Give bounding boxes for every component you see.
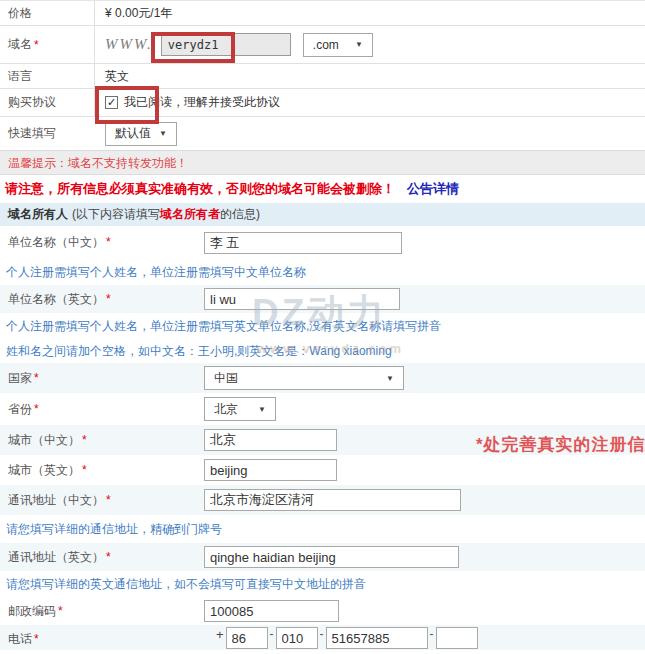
phone-extension-input[interactable] [436, 627, 478, 649]
agreement-row: 购买协议 ✓ 我已阅读，理解并接受此协议 [0, 89, 645, 117]
addr-en-hint: 请您填写详细的英文通信地址，如不会填写可直接写中文地址的拼音 [0, 571, 645, 597]
chevron-down-icon: ▼ [355, 40, 363, 49]
name-cn-label: 单位名称（中文）* [0, 234, 204, 251]
check-icon: ✓ [107, 97, 116, 108]
phone-row: 电话* + - - - [0, 625, 645, 650]
language-value: 英文 [95, 68, 645, 85]
phone-area-code-input[interactable] [276, 627, 318, 649]
province-selected-value: 北京 [214, 401, 238, 418]
quickfill-label: 快速填写 [0, 117, 95, 150]
name-cn-hint: 个人注册需填写个人姓名，单位注册需填写中文单位名称 [0, 259, 645, 285]
addr-cn-row: 通讯地址（中文）* [0, 485, 645, 515]
quickfill-row: 快速填写 默认值 ▼ [0, 117, 645, 150]
required-mark: * [34, 38, 39, 52]
country-select[interactable]: 中国 ▼ [204, 366, 404, 390]
agreement-label: 购买协议 [0, 89, 95, 116]
quickfill-select[interactable]: 默认值 ▼ [105, 122, 177, 146]
domain-name-input[interactable] [161, 33, 291, 56]
province-label: 省份* [0, 401, 204, 418]
owner-section-header: 域名所有人 (以下内容请填写域名所有者的信息) [0, 203, 645, 226]
product-info-table: 价格 ¥ 0.00元/1年 域名* WWW. .com ▼ 语言 英文 购买协议… [0, 0, 645, 150]
phone-country-code-input[interactable] [226, 627, 268, 649]
city-en-label: 城市（英文）* [0, 462, 204, 479]
addr-cn-label: 通讯地址（中文）* [0, 492, 204, 509]
province-row: 省份* 北京 ▼ [0, 393, 645, 425]
addr-en-input[interactable] [204, 546, 459, 568]
city-en-input[interactable] [204, 459, 337, 481]
addr-en-label: 通讯地址（英文）* [0, 549, 204, 566]
name-en-row: 单位名称（英文）* [0, 285, 645, 313]
phone-label: 电话* [0, 627, 204, 648]
warning-text: 请注意，所有信息必须真实准确有效，否则您的域名可能会被删除！ [5, 180, 395, 198]
www-prefix: WWW. [105, 36, 153, 53]
city-cn-input[interactable] [204, 429, 337, 451]
country-selected-value: 中国 [214, 370, 238, 387]
tip-banner: 温馨提示：域名不支持转发功能！ [0, 150, 645, 175]
announcement-link[interactable]: 公告详情 [407, 180, 459, 198]
name-format-hint: 姓和名之间请加个空格，如中文名：王小明,则英文名是：Wang xiaoming [0, 340, 645, 363]
agreement-checkbox[interactable]: ✓ [105, 96, 118, 109]
chevron-down-icon: ▼ [258, 405, 266, 414]
city-en-row: 城市（英文）* [0, 455, 645, 485]
price-row: 价格 ¥ 0.00元/1年 [0, 1, 645, 26]
addr-cn-input[interactable] [204, 489, 461, 511]
province-select[interactable]: 北京 ▼ [204, 397, 276, 421]
price-value: ¥ 0.00元/1年 [95, 5, 645, 22]
red-annotation-text: *处完善真实的注册信息 [476, 433, 645, 456]
warning-row: 请注意，所有信息必须真实准确有效，否则您的域名可能会被删除！ 公告详情 [0, 175, 645, 203]
chevron-down-icon: ▼ [386, 374, 394, 383]
country-row: 国家* 中国 ▼ [0, 363, 645, 393]
name-cn-row: 单位名称（中文）* [0, 226, 645, 259]
tld-select[interactable]: .com ▼ [303, 33, 373, 57]
phone-separator: - [270, 627, 274, 641]
language-row: 语言 英文 [0, 64, 645, 89]
section-title: 域名所有人 [8, 206, 68, 223]
country-label: 国家* [0, 370, 204, 387]
zip-label: 邮政编码* [0, 603, 204, 620]
name-en-hint: 个人注册需填写个人姓名，单位注册需填写英文单位名称,没有英文名称请填写拼音 [0, 313, 645, 340]
language-label: 语言 [0, 64, 95, 88]
quickfill-selected-value: 默认值 [115, 125, 151, 142]
addr-en-row: 通讯地址（英文）* [0, 543, 645, 571]
agreement-text: 我已阅读，理解并接受此协议 [124, 94, 280, 111]
zip-input[interactable] [204, 600, 339, 622]
domain-row: 域名* WWW. .com ▼ [0, 26, 645, 64]
name-en-label: 单位名称（英文）* [0, 291, 204, 308]
addr-cn-hint: 请您填写详细的通信地址，精确到门牌号 [0, 515, 645, 543]
phone-separator: - [430, 627, 434, 641]
section-highlight: 域名所有者 [160, 206, 220, 223]
price-label: 价格 [0, 1, 95, 25]
name-en-input[interactable] [204, 288, 400, 310]
name-cn-input[interactable] [204, 232, 402, 254]
phone-plus-sign: + [216, 627, 224, 642]
zip-row: 邮政编码* [0, 597, 645, 625]
phone-number-input[interactable] [326, 627, 428, 649]
tld-selected-value: .com [313, 38, 339, 52]
chevron-down-icon: ▼ [159, 129, 167, 138]
domain-label: 域名* [0, 26, 95, 63]
city-cn-label: 城市（中文）* [0, 432, 204, 449]
phone-separator: - [320, 627, 324, 641]
